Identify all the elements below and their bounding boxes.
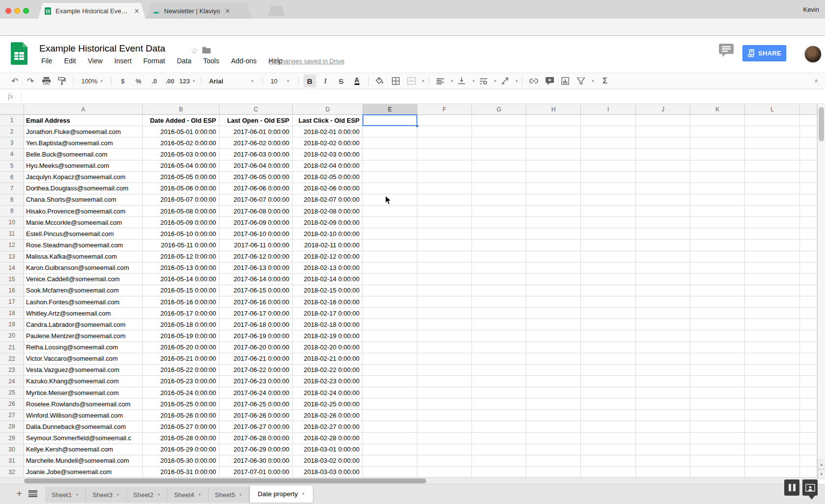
cell[interactable] — [526, 319, 581, 330]
menu-view[interactable]: View — [88, 57, 103, 65]
cell[interactable]: Malissa.Kafka@someemail.com — [24, 251, 143, 263]
cell[interactable]: 2017-06-23 0:00:00 — [220, 376, 293, 387]
cell[interactable]: 2018-03-03 0:00:00 — [293, 467, 363, 477]
cell[interactable] — [800, 376, 817, 387]
cell[interactable] — [636, 217, 690, 228]
cell[interactable]: 2018-02-04 0:00:00 — [293, 160, 363, 172]
cell[interactable] — [800, 251, 817, 263]
cell[interactable] — [745, 137, 800, 149]
cell[interactable] — [526, 172, 581, 183]
cell[interactable]: 2018-02-07 0:00:00 — [293, 194, 363, 206]
italic-button[interactable]: I — [319, 75, 332, 87]
cell[interactable] — [417, 217, 472, 228]
cell[interactable]: 2016-05-09 0:00:00 — [143, 217, 220, 228]
menu-edit[interactable]: Edit — [64, 57, 76, 65]
vertical-align-caret[interactable]: ▼ — [471, 79, 475, 83]
cell[interactable]: 2016-05-25 0:00:00 — [143, 398, 220, 410]
cell[interactable] — [690, 296, 745, 308]
cell[interactable] — [745, 376, 800, 387]
cell[interactable] — [690, 263, 745, 274]
row-number[interactable]: 6 — [0, 172, 24, 183]
cell[interactable] — [745, 115, 800, 126]
cell[interactable] — [581, 365, 636, 376]
cell[interactable]: 2018-03-01 0:00:00 — [293, 444, 363, 455]
cell[interactable] — [690, 353, 745, 365]
share-button[interactable]: SHARE — [742, 45, 786, 61]
cell[interactable] — [581, 217, 636, 228]
close-tab-icon[interactable]: ✕ — [134, 7, 139, 15]
cell[interactable] — [472, 296, 526, 308]
more-formats-button[interactable]: 123▼ — [179, 75, 196, 87]
cell[interactable] — [745, 228, 800, 239]
cell[interactable] — [800, 228, 817, 239]
cell[interactable] — [581, 410, 636, 421]
save-status-link[interactable]: All changes saved in Drive — [269, 57, 344, 65]
cell[interactable] — [472, 149, 526, 160]
cell[interactable]: 2017-06-11 0:00:00 — [220, 239, 293, 251]
cell[interactable]: Joanie.Jobe@someemail.com — [24, 467, 143, 477]
cell[interactable] — [636, 444, 690, 455]
cell[interactable] — [526, 149, 581, 160]
cell[interactable] — [745, 387, 800, 398]
cell[interactable]: 2016-05-24 0:00:00 — [143, 387, 220, 398]
cell[interactable] — [690, 160, 745, 172]
cell[interactable] — [636, 251, 690, 263]
cell[interactable] — [363, 433, 417, 444]
cell[interactable]: 2018-03-02 0:00:00 — [293, 455, 363, 467]
cell[interactable]: 2017-06-05 0:00:00 — [220, 172, 293, 183]
cell[interactable] — [690, 444, 745, 455]
cell[interactable] — [472, 160, 526, 172]
document-title[interactable]: Example Historical Event Data — [39, 43, 165, 54]
cell[interactable] — [363, 228, 417, 239]
cell[interactable]: Jonathon.Fluke@someemail.com — [24, 126, 143, 137]
cell[interactable]: 2017-06-10 0:00:00 — [220, 228, 293, 239]
cell[interactable] — [581, 387, 636, 398]
cell[interactable] — [581, 330, 636, 342]
cell[interactable] — [417, 376, 472, 387]
insert-comment-icon[interactable] — [543, 75, 556, 87]
menu-data[interactable]: Data — [177, 57, 192, 65]
cell[interactable]: 2016-05-19 0:00:00 — [143, 330, 220, 342]
cell[interactable]: 2016-05-26 0:00:00 — [143, 410, 220, 421]
cell[interactable] — [745, 421, 800, 432]
cell[interactable] — [363, 137, 417, 149]
cell[interactable] — [417, 263, 472, 274]
column-header-e[interactable]: E — [363, 104, 417, 115]
cell[interactable] — [363, 183, 417, 194]
cell[interactable] — [417, 319, 472, 330]
column-header-c[interactable]: C — [220, 104, 293, 115]
cell[interactable] — [363, 444, 417, 455]
sheet-tab-menu-icon[interactable]: ▼ — [198, 493, 202, 497]
cell[interactable] — [690, 387, 745, 398]
cell[interactable] — [745, 217, 800, 228]
cell[interactable] — [472, 398, 526, 410]
format-currency-button[interactable]: $ — [116, 75, 129, 87]
vertical-scrollbar-thumb[interactable] — [819, 107, 824, 141]
cell[interactable]: Email Address — [24, 115, 143, 126]
row-number[interactable]: 28 — [0, 421, 24, 432]
cell[interactable]: Last Open - Old ESP — [220, 115, 293, 126]
row-number[interactable]: 5 — [0, 160, 24, 172]
cell[interactable] — [800, 285, 817, 296]
cell[interactable] — [636, 398, 690, 410]
cell[interactable] — [363, 251, 417, 263]
cell[interactable]: Myrtice.Meiser@someemail.com — [24, 387, 143, 398]
cell[interactable] — [636, 172, 690, 183]
cell[interactable] — [581, 421, 636, 432]
grid-corner[interactable] — [0, 104, 24, 115]
cell[interactable] — [636, 160, 690, 172]
cell[interactable] — [472, 239, 526, 251]
cell[interactable]: Hisako.Provence@someemail.com — [24, 206, 143, 217]
cell[interactable] — [581, 137, 636, 149]
cell[interactable]: Winford.Willison@someemail.com — [24, 410, 143, 421]
cell[interactable]: 2018-02-02 0:00:00 — [293, 137, 363, 149]
cell[interactable]: Kellye.Kersh@someemail.com — [24, 444, 143, 455]
row-number[interactable]: 24 — [0, 376, 24, 387]
cell[interactable] — [363, 239, 417, 251]
cell[interactable] — [417, 206, 472, 217]
cell[interactable] — [690, 274, 745, 285]
cell[interactable] — [472, 410, 526, 421]
cell[interactable] — [472, 172, 526, 183]
cell[interactable] — [636, 410, 690, 421]
cell[interactable] — [581, 353, 636, 365]
